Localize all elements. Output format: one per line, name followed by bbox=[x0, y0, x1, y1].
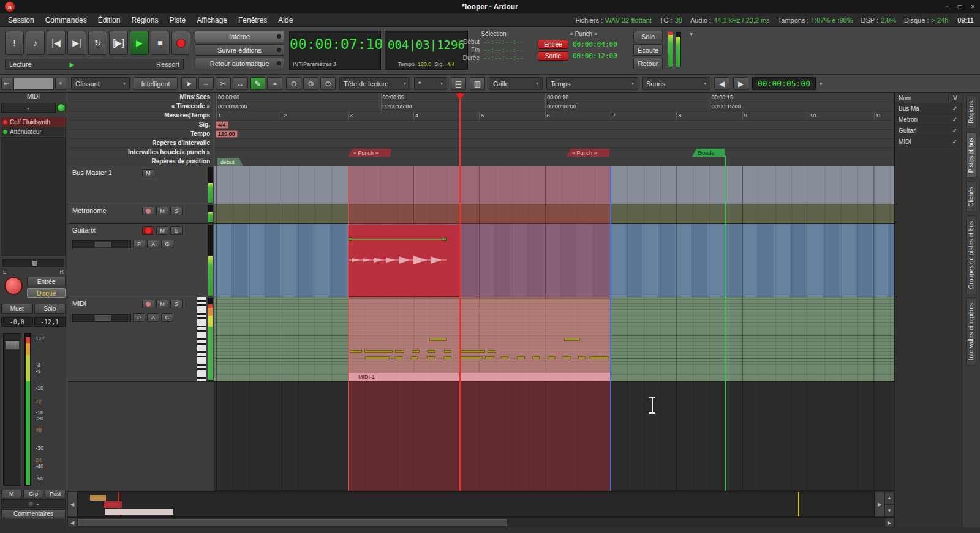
shuttle-control[interactable]: Lecture ▶ Ressort bbox=[5, 59, 184, 70]
follow-edits-button[interactable]: Suivre éditions bbox=[195, 44, 284, 56]
ruler-loop-punch[interactable]: « Punch »« Punch »Boucle bbox=[214, 148, 894, 157]
hscroll-right-button[interactable]: ▶ bbox=[884, 518, 894, 527]
monitor-input-button[interactable]: Entrée bbox=[27, 277, 66, 286]
location-marker[interactable]: début bbox=[217, 158, 243, 166]
record-arm-button[interactable] bbox=[142, 226, 154, 235]
automation-point[interactable] bbox=[349, 237, 352, 241]
processor-attenuateur[interactable]: Atténuateur bbox=[1, 127, 66, 136]
solo-button[interactable]: Solo bbox=[34, 304, 66, 314]
play-button[interactable]: ▶ bbox=[130, 31, 149, 55]
gain-fader[interactable] bbox=[3, 333, 21, 486]
midi-note[interactable] bbox=[395, 350, 404, 353]
side-tab-r-gions[interactable]: Régions bbox=[966, 95, 976, 129]
track-s-button[interactable]: S bbox=[170, 207, 183, 215]
midi-note[interactable] bbox=[488, 350, 496, 353]
track-header-bus-master-1[interactable]: Bus Master 1M bbox=[67, 166, 214, 204]
side-tab-groupes-de-pistes-et-bus[interactable]: Groupes de pistes et bus bbox=[966, 215, 976, 294]
zoom-in-button[interactable]: ⊕ bbox=[303, 77, 318, 90]
track-p-button[interactable]: P bbox=[133, 313, 145, 322]
side-tab-clich-s[interactable]: Clichés bbox=[966, 181, 976, 212]
menu-piste[interactable]: Piste bbox=[164, 15, 191, 26]
zoom-session-button[interactable]: ⊙ bbox=[320, 77, 336, 90]
zoom-out-button[interactable]: ⊖ bbox=[286, 77, 301, 90]
metronome-button[interactable]: ♪ bbox=[26, 31, 45, 55]
loop-marker[interactable]: Boucle bbox=[692, 149, 725, 157]
trim-row[interactable]: - bbox=[1, 499, 66, 508]
track-m-button[interactable]: M bbox=[142, 169, 154, 177]
menu-session[interactable]: Session bbox=[2, 15, 40, 26]
minimize-button[interactable]: − bbox=[945, 2, 949, 11]
meter-point-button[interactable]: Post bbox=[45, 490, 66, 498]
summary-overview[interactable] bbox=[77, 491, 875, 517]
track-g-button[interactable]: G bbox=[161, 313, 173, 322]
midi-note[interactable] bbox=[429, 338, 447, 341]
track-a-button[interactable]: A bbox=[147, 313, 159, 322]
track-header-guitarix[interactable]: GuitarixMSPAG bbox=[67, 224, 214, 297]
track-gain-slider[interactable] bbox=[72, 240, 131, 248]
gain-automation-line[interactable] bbox=[349, 239, 447, 240]
fader-handle[interactable] bbox=[5, 341, 20, 350]
punch-marker[interactable]: « Punch » bbox=[348, 149, 391, 157]
track-a-button[interactable]: A bbox=[147, 240, 159, 248]
ruler-location-markers[interactable]: début bbox=[214, 157, 894, 166]
ruler-tempo[interactable]: 120.00 bbox=[214, 130, 894, 139]
summary-scroll-left-button[interactable]: ◀ bbox=[67, 491, 77, 517]
tracklist-row-metron[interactable]: Metron✓ bbox=[895, 114, 962, 125]
punch-in-button[interactable]: Entrée bbox=[538, 40, 568, 49]
range-tool-button[interactable]: ⇔ bbox=[198, 77, 214, 90]
midi-note[interactable] bbox=[548, 356, 556, 359]
menu-commandes[interactable]: Commandes bbox=[40, 15, 92, 26]
midi-note[interactable] bbox=[410, 356, 418, 359]
stretch-tool-button[interactable]: ↔ bbox=[233, 77, 248, 90]
goto-start-button[interactable]: |◀ bbox=[47, 31, 66, 55]
midi-note[interactable] bbox=[461, 350, 485, 353]
track-s-button[interactable]: S bbox=[170, 226, 183, 235]
ruler-options-button[interactable]: ▥ bbox=[470, 77, 485, 90]
track-lane-bus-master-1[interactable] bbox=[214, 166, 894, 204]
sync-source-button[interactable]: Interne bbox=[195, 31, 284, 42]
track-header-midi[interactable]: MIDIMSPAG bbox=[67, 297, 214, 382]
tracklist-row-bus-ma[interactable]: Bus Ma✓ bbox=[895, 103, 962, 114]
punch-out-button[interactable]: Sortie bbox=[538, 51, 568, 61]
punch-in-time[interactable]: 00:00:04:00 bbox=[573, 40, 617, 48]
draw-tool-button[interactable]: ✎ bbox=[250, 77, 265, 90]
record-arm-button[interactable] bbox=[142, 207, 154, 215]
track-lane-metronome[interactable] bbox=[214, 204, 894, 224]
audio-region-guitarix[interactable] bbox=[348, 225, 460, 297]
grab-tool-button[interactable]: ➤ bbox=[181, 77, 197, 90]
peak-display[interactable]: -12,1 bbox=[34, 317, 66, 327]
processor-calf-fluidsynth[interactable]: Calf Fluidsynth bbox=[1, 117, 66, 127]
edit-mode-select[interactable]: Glissant▾ bbox=[71, 77, 130, 90]
track-m-button[interactable]: M bbox=[156, 207, 168, 215]
nudge-clock[interactable]: 00:00:05:00 bbox=[752, 77, 816, 90]
midi-note[interactable] bbox=[532, 356, 540, 359]
marker-select[interactable]: *▾ bbox=[414, 77, 447, 90]
automation-point[interactable] bbox=[443, 237, 447, 241]
ruler-meter[interactable]: 4/4 bbox=[214, 121, 894, 130]
name-column-header[interactable]: Nom bbox=[895, 95, 948, 102]
midi-note[interactable] bbox=[459, 356, 483, 359]
track-s-button[interactable]: S bbox=[170, 300, 183, 308]
gain-display[interactable]: -0,0 bbox=[1, 317, 33, 327]
maximize-button[interactable]: □ bbox=[958, 2, 962, 11]
nudge-forward-button[interactable]: ▶ bbox=[733, 77, 748, 90]
tracklist-row-midi[interactable]: MIDI✓ bbox=[895, 136, 962, 147]
play-selection-button[interactable]: [▶] bbox=[109, 31, 128, 55]
processor-box[interactable] bbox=[1, 137, 66, 256]
cut-tool-button[interactable]: ✂ bbox=[216, 77, 231, 90]
playhead-marker[interactable] bbox=[455, 94, 465, 100]
midi-note[interactable] bbox=[427, 356, 435, 359]
menu-r-gions[interactable]: Régions bbox=[126, 15, 164, 26]
ruler-timecode[interactable]: 00:00:00:0000:00:05:0000:00:10:0000:00:1… bbox=[214, 102, 894, 111]
tempo-value[interactable]: 120.00 bbox=[216, 130, 238, 138]
toolbar-chevron-icon[interactable]: ▾ bbox=[820, 81, 823, 87]
loop-button[interactable]: ↻ bbox=[88, 31, 107, 55]
midi-note[interactable] bbox=[517, 356, 525, 359]
scroll-up-button[interactable]: ▲ bbox=[884, 491, 894, 504]
solo-button[interactable]: Solo bbox=[633, 31, 663, 42]
comments-button[interactable]: Commentaires bbox=[1, 509, 66, 518]
editor-canvas[interactable]: 00:00:0000:00:0500:00:1000:00:15 00:00:0… bbox=[214, 93, 894, 491]
summary-scroll-right-button[interactable]: ▶ bbox=[875, 491, 884, 517]
midi-note[interactable] bbox=[428, 350, 435, 353]
zoom-focus-select[interactable]: Tête de lecture▾ bbox=[339, 77, 410, 90]
